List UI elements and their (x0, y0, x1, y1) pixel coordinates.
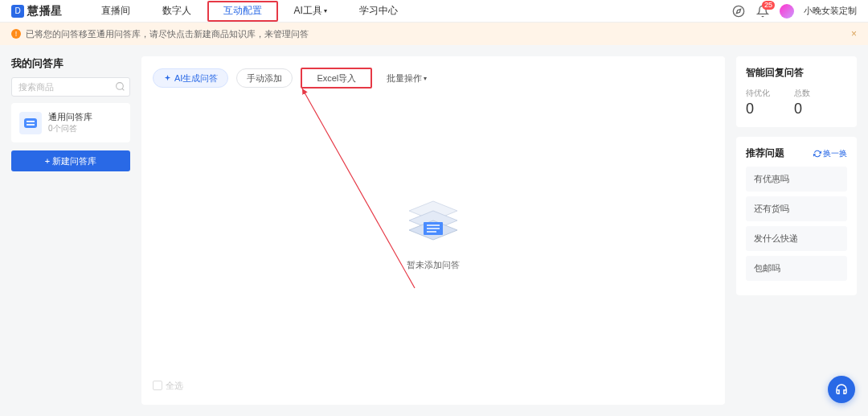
svg-point-0 (733, 6, 743, 16)
nav-items: 直播间 数字人 互动配置 AI工具▾ 学习中心 (85, 0, 414, 22)
main-content: 我的问答库 通用问答库 0个问答 + 新建问答库 AI生成问答 手动添加 Exc… (0, 45, 868, 416)
stats-card-title: 智能回复问答 (746, 66, 847, 80)
suggestion-item[interactable]: 发什么快递 (746, 226, 847, 251)
stat-pending: 待优化 0 (746, 88, 770, 117)
nav-item-ai-tools[interactable]: AI工具▾ (278, 0, 343, 22)
warning-icon: ! (11, 29, 21, 39)
nav-item-digital-human[interactable]: 数字人 (146, 0, 207, 22)
avatar[interactable] (780, 4, 794, 19)
left-panel: 我的问答库 通用问答库 0个问答 + 新建问答库 (11, 56, 130, 405)
svg-line-3 (122, 89, 124, 90)
center-panel: AI生成问答 手动添加 Excel导入 批量操作 ▾ (141, 56, 725, 405)
notifications-bell[interactable]: 25 (755, 4, 770, 19)
stat-pending-value: 0 (746, 101, 770, 117)
suggestions-card: 推荐问题 换一换 有优惠吗 还有货吗 发什么快递 包邮吗 (736, 137, 857, 295)
batch-operations-button[interactable]: 批量操作 ▾ (380, 72, 433, 84)
nav-item-live[interactable]: 直播间 (85, 0, 146, 22)
stat-pending-label: 待优化 (746, 88, 770, 99)
empty-illustration-icon (399, 195, 467, 251)
nav-item-interaction-config[interactable]: 互动配置 (207, 1, 278, 22)
suggestion-item[interactable]: 包邮吗 (746, 256, 847, 281)
ai-generate-button[interactable]: AI生成问答 (153, 68, 228, 88)
search-input[interactable] (11, 77, 130, 97)
notifications-badge: 25 (762, 1, 775, 10)
chevron-down-icon: ▾ (424, 75, 427, 82)
stat-total-label: 总数 (794, 88, 810, 99)
username[interactable]: 小晚女装定制 (804, 5, 857, 17)
nav-item-learning[interactable]: 学习中心 (343, 0, 414, 22)
chevron-down-icon: ▾ (324, 7, 327, 14)
notice-bar: ! 已将您的问答移至通用问答库，请尽快点击新建商品知识库，来管理问答 × (0, 23, 868, 45)
excel-import-button[interactable]: Excel导入 (301, 68, 372, 89)
stat-total-value: 0 (794, 101, 810, 117)
left-panel-title: 我的问答库 (11, 56, 130, 71)
library-card-general[interactable]: 通用问答库 0个问答 (11, 103, 130, 142)
stats-card: 智能回复问答 待优化 0 总数 0 (736, 56, 857, 127)
notice-close-button[interactable]: × (851, 28, 857, 39)
brand-logo-icon: D (11, 5, 24, 18)
notice-text: 已将您的问答移至通用问答库，请尽快点击新建商品知识库，来管理问答 (26, 28, 309, 40)
empty-state-text: 暂未添加问答 (407, 259, 460, 271)
refresh-icon (813, 150, 821, 158)
library-name: 通用问答库 (48, 111, 92, 123)
sparkle-icon (163, 74, 172, 83)
svg-marker-1 (736, 9, 740, 13)
help-floating-button[interactable] (828, 376, 855, 403)
empty-state: 暂未添加问答 (153, 89, 714, 377)
top-navigation: D 慧播星 直播间 数字人 互动配置 AI工具▾ 学习中心 25 小晚女装定制 (0, 0, 868, 23)
footer-select-all[interactable]: 全选 (153, 377, 714, 393)
manual-add-button[interactable]: 手动添加 (236, 68, 293, 88)
chat-icon (19, 112, 42, 134)
nav-right: 25 小晚女装定制 (731, 4, 857, 19)
select-all-checkbox[interactable] (153, 381, 162, 390)
stat-total: 总数 0 (794, 88, 810, 117)
right-panel: 智能回复问答 待优化 0 总数 0 推荐问题 换一换 有优惠吗 (736, 56, 857, 405)
refresh-suggestions-button[interactable]: 换一换 (813, 148, 847, 159)
svg-point-2 (117, 83, 124, 90)
headset-icon (834, 382, 849, 397)
new-library-button[interactable]: + 新建问答库 (11, 150, 130, 171)
brand[interactable]: D 慧播星 (11, 4, 63, 19)
suggestion-item[interactable]: 还有货吗 (746, 196, 847, 221)
compass-icon[interactable] (731, 4, 746, 19)
search-icon[interactable] (115, 81, 125, 94)
select-all-label: 全选 (166, 380, 183, 392)
library-count: 0个问答 (48, 123, 92, 134)
action-row: AI生成问答 手动添加 Excel导入 批量操作 ▾ (153, 68, 714, 89)
suggestion-item[interactable]: 有优惠吗 (746, 167, 847, 192)
brand-name: 慧播星 (27, 4, 63, 19)
suggestions-title: 推荐问题 (746, 146, 784, 160)
search-box (11, 77, 130, 97)
